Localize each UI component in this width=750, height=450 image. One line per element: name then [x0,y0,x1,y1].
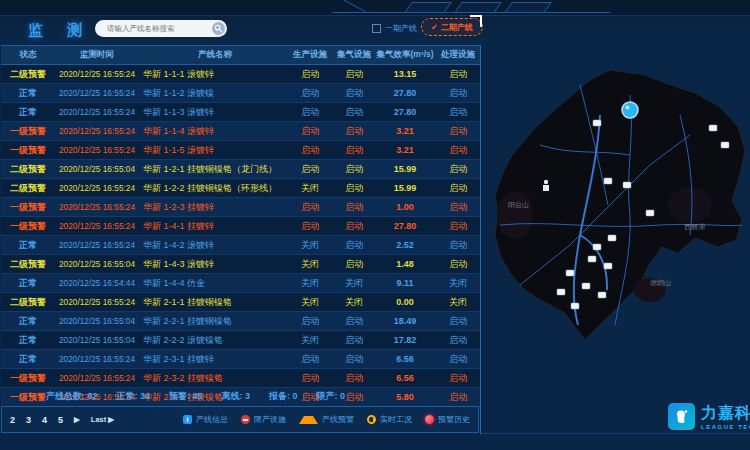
search-input[interactable] [105,23,212,34]
search-box[interactable] [95,20,227,37]
bottom-divider [481,433,750,434]
table-body: 二级预警2020/12/25 16:55:24华新 1-1-1 滚镀锌启动启动1… [1,65,481,407]
legend-buttons: i产线信息限产设施产线预警实时工况预警历史 [183,414,470,425]
page-button[interactable]: 5 [58,415,63,425]
phase1-checkbox[interactable]: 一期产线 [372,23,417,34]
column-header: 生产设施 [287,46,333,64]
legend-button-限产设施[interactable]: 限产设施 [241,414,286,425]
table-row[interactable]: 正常2020/12/25 16:55:24华新 1-1-2 滚镀镍启动启动27.… [1,84,481,103]
cell-gas: 启动 [333,350,375,368]
summary-item: 限产: 0 [317,390,346,403]
highlight-marker[interactable] [622,102,638,118]
selected-facility-marker[interactable] [622,102,638,118]
gauge-icon [367,415,376,424]
column-header: 处理设施 [435,46,481,64]
facility-marker-icon[interactable] [582,283,590,289]
table-row[interactable]: 一级预警2020/12/25 16:55:24华新 1-1-4 滚镀锌启动启动3… [1,122,481,141]
cell-production: 启动 [287,369,333,387]
cell-status: 正常 [1,103,55,121]
cell-status: 正常 [1,236,55,254]
table-row[interactable]: 正常2020/12/25 16:54:44华新 1-4-4 仿金关闭关闭9.11… [1,274,481,293]
column-header: 监测时间 [55,46,139,64]
facility-marker-icon[interactable] [604,178,612,184]
cell-treatment: 启动 [435,312,481,330]
terrain-patch [668,187,712,223]
cell-treatment: 启动 [435,331,481,349]
table-row[interactable]: 二级预警2020/12/25 16:55:24华新 1-2-2 挂镀铜镍铬（环形… [1,179,481,198]
facility-marker-icon[interactable] [623,182,631,188]
cell-line: 华新 1-1-2 滚镀镍 [139,84,287,102]
monitor-table: 状态监测时间产线名称生产设施集气设施集气效率(m³/s)处理设施 二级预警202… [1,45,481,407]
legend-button-预警历史[interactable]: 预警历史 [425,414,470,425]
cell-efficiency: 3.21 [375,122,435,140]
cell-efficiency: 17.82 [375,331,435,349]
facility-marker-icon[interactable] [593,244,601,250]
column-header: 状态 [1,46,55,64]
cell-production: 启动 [287,65,333,83]
legend-button-产线信息[interactable]: i产线信息 [183,414,228,425]
table-row[interactable]: 二级预警2020/12/25 16:55:04华新 1-2-1 挂镀铜镍铬（龙门… [1,160,481,179]
page-button[interactable]: 4 [42,415,47,425]
cell-treatment: 启动 [435,65,481,83]
table-row[interactable]: 一级预警2020/12/25 16:55:24华新 1-2-3 挂镀锌启动启动1… [1,198,481,217]
table-row[interactable]: 二级预警2020/12/25 16:55:04华新 1-4-3 滚镀锌关闭启动1… [1,255,481,274]
table-row[interactable]: 正常2020/12/25 16:55:04华新 2-2-1 挂镀铜镍铬启动启动1… [1,312,481,331]
cell-status: 二级预警 [1,179,55,197]
cell-line: 华新 2-2-2 滚镀镍铬 [139,331,287,349]
facility-marker-icon[interactable] [571,303,579,309]
cell-efficiency: 0.00 [375,293,435,311]
facility-marker-icon[interactable] [588,256,596,262]
table-row[interactable]: 正常2020/12/25 16:55:24华新 1-4-2 滚镀锌关闭启动2.5… [1,236,481,255]
cell-time: 2020/12/25 16:55:24 [55,293,139,311]
facility-marker-icon[interactable] [646,210,654,216]
facility-marker-icon[interactable] [566,270,574,276]
page-button[interactable]: 3 [26,415,31,425]
page-button[interactable]: Last ▶ [91,415,114,424]
legend-label: 实时工况 [380,414,412,425]
cell-treatment: 启动 [435,198,481,216]
checkbox-icon[interactable] [372,24,381,33]
cell-efficiency: 2.52 [375,236,435,254]
page-button[interactable]: 2 [10,415,15,425]
cell-treatment: 启动 [435,141,481,159]
table-row[interactable]: 正常2020/12/25 16:55:04华新 2-2-2 滚镀镍铬关闭启动17… [1,331,481,350]
table-row[interactable]: 一级预警2020/12/25 16:55:24华新 1-4-1 挂镀锌启动启动2… [1,217,481,236]
summary-item: 报备: 0 [269,390,298,403]
info-square-icon: i [183,415,192,424]
table-row[interactable]: 一级预警2020/12/25 16:55:24华新 2-3-2 挂镀镍铬启动启动… [1,369,481,388]
page-button[interactable]: ▶ [74,415,80,424]
facility-marker-icon[interactable] [593,120,601,126]
cell-status: 一级预警 [1,122,55,140]
table-row[interactable]: 二级预警2020/12/25 16:55:24华新 2-1-1 挂镀铜镍铬关闭关… [1,293,481,312]
cell-treatment: 启动 [435,160,481,178]
facility-marker-icon[interactable] [557,289,565,295]
legend-button-产线预警[interactable]: 产线预警 [299,414,354,425]
search-icon[interactable] [212,22,225,35]
table-row[interactable]: 二级预警2020/12/25 16:55:24华新 1-1-1 滚镀锌启动启动1… [1,65,481,84]
cell-line: 华新 1-1-5 滚镀锌 [139,141,287,159]
table-row[interactable]: 正常2020/12/25 16:55:24华新 1-1-3 滚镀锌启动启动27.… [1,103,481,122]
brand-logo: 力嘉科技 LEAGUE TECH [668,403,750,430]
table-row[interactable]: 一级预警2020/12/25 16:55:24华新 1-1-5 滚镀锌启动启动3… [1,141,481,160]
facility-marker-icon[interactable] [604,263,612,269]
legend-button-实时工况[interactable]: 实时工况 [367,414,412,425]
cell-time: 2020/12/25 16:55:24 [55,236,139,254]
cell-time: 2020/12/25 16:55:24 [55,141,139,159]
cell-time: 2020/12/25 16:55:04 [55,331,139,349]
cell-status: 二级预警 [1,293,55,311]
district-map[interactable]: 阳台山西丽湖塘朗山 [480,55,750,400]
cell-status: 一级预警 [1,141,55,159]
cell-line: 华新 1-1-1 滚镀锌 [139,65,287,83]
cell-time: 2020/12/25 16:55:24 [55,350,139,368]
table-row[interactable]: 正常2020/12/25 16:55:24华新 2-3-1 挂镀锌启动启动6.5… [1,350,481,369]
summary-item: 预警: 45 [169,390,203,403]
facility-marker-icon[interactable] [721,142,729,148]
cell-treatment: 启动 [435,350,481,368]
cell-line: 华新 1-2-3 挂镀锌 [139,198,287,216]
map-label: 阳台山 [508,201,529,209]
cell-gas: 启动 [333,160,375,178]
logo-icon [668,403,695,430]
facility-marker-icon[interactable] [608,235,616,241]
facility-marker-icon[interactable] [709,125,717,131]
facility-marker-icon[interactable] [598,292,606,298]
